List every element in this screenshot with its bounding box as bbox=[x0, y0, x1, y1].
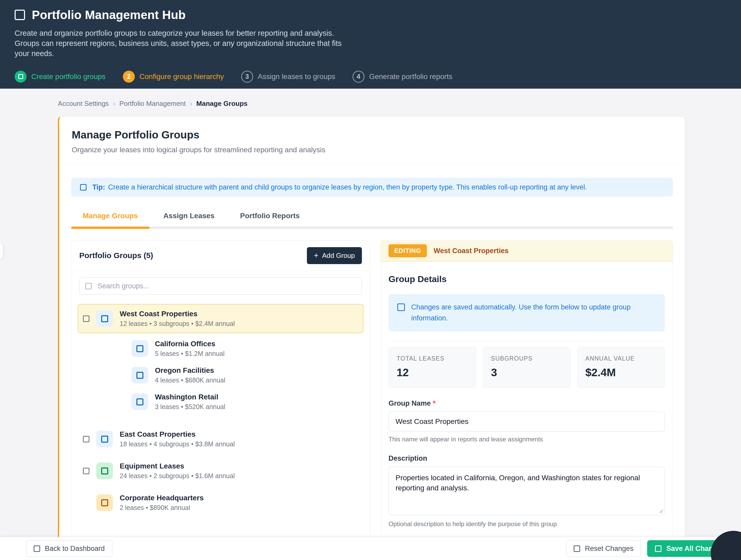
folder-icon bbox=[101, 436, 108, 443]
stat-subgroups: SUBGROUPS 3 bbox=[483, 347, 570, 388]
step-done-icon bbox=[18, 74, 23, 79]
portfolio-management-page: Portfolio Management Hub Create and orga… bbox=[0, 0, 741, 560]
reset-icon bbox=[574, 545, 580, 552]
group-folder-tile bbox=[96, 431, 113, 447]
folder-icon bbox=[136, 372, 143, 379]
drawer-handle[interactable] bbox=[0, 244, 3, 259]
page-subtitle: Create and organize portfolio groups to … bbox=[15, 28, 348, 59]
group-meta: 12 leases • 3 subgroups • $2.4M annual bbox=[120, 320, 234, 328]
group-name: California Offices bbox=[155, 340, 224, 348]
group-name: Oregon Facilities bbox=[155, 366, 225, 375]
breadcrumb-manage-groups: Manage Groups bbox=[196, 99, 248, 108]
description-textarea[interactable]: Properties located in California, Oregon… bbox=[389, 467, 665, 515]
back-icon bbox=[33, 545, 40, 552]
breadcrumb: Account Settings › Portfolio Management … bbox=[58, 99, 248, 108]
editing-group-title: West Coast Properties bbox=[433, 247, 509, 255]
group-name: Corporate Headquarters bbox=[120, 494, 204, 502]
folder-icon bbox=[101, 499, 108, 506]
groups-panel-title: Portfolio Groups (5) bbox=[79, 251, 153, 260]
folder-icon bbox=[101, 468, 108, 475]
step-number-circle: 2 bbox=[123, 71, 135, 83]
tab-bar: Manage Groups Assign Leases Portfolio Re… bbox=[71, 212, 673, 229]
reset-changes-button[interactable]: Reset Changes bbox=[566, 540, 641, 557]
group-row-west-coast-properties[interactable]: West Coast Properties 12 leases • 3 subg… bbox=[78, 304, 363, 333]
page-title: Portfolio Management Hub bbox=[32, 8, 186, 22]
group-folder-tile bbox=[131, 340, 148, 357]
save-icon bbox=[655, 545, 662, 552]
action-footer: Back to Dashboard Reset Changes Save All… bbox=[0, 537, 741, 560]
group-row-equipment-leases[interactable]: Equipment Leases 24 leases • 2 subgroups… bbox=[78, 456, 363, 485]
stat-annual-value: ANNUAL VALUE $2.4M bbox=[577, 347, 665, 388]
group-row-oregon-facilities[interactable]: Oregon Facilities 4 leases • $680K annua… bbox=[131, 362, 363, 389]
tip-icon bbox=[80, 184, 86, 191]
folder-icon bbox=[136, 345, 143, 352]
card-header: Manage Portfolio Groups Organize your le… bbox=[59, 117, 685, 165]
editing-banner: EDITING West Coast Properties bbox=[381, 240, 673, 262]
group-row-east-coast-properties[interactable]: East Coast Properties 18 leases • 4 subg… bbox=[78, 424, 363, 453]
tab-assign-leases[interactable]: Assign Leases bbox=[152, 212, 226, 229]
folder-icon bbox=[101, 315, 108, 322]
step-generate-reports[interactable]: 4 Generate portfolio reports bbox=[352, 71, 452, 83]
group-row-corporate-headquarters[interactable]: Corporate Headquarters 2 leases • $890K … bbox=[78, 488, 363, 517]
tab-manage-groups[interactable]: Manage Groups bbox=[71, 212, 149, 229]
description-label: Description bbox=[389, 454, 665, 463]
add-group-button[interactable]: + Add Group bbox=[307, 247, 362, 264]
breadcrumb-portfolio-management[interactable]: Portfolio Management bbox=[119, 99, 186, 108]
group-name: West Coast Properties bbox=[120, 310, 234, 318]
group-folder-tile bbox=[131, 367, 148, 383]
group-folder-tile bbox=[96, 463, 113, 479]
group-meta: 24 leases • 2 subgroups • $1.6M annual bbox=[120, 472, 234, 480]
stat-total-leases: TOTAL LEASES 12 bbox=[389, 347, 476, 388]
step-configure-group-hierarchy[interactable]: 2 Configure group hierarchy bbox=[123, 71, 224, 83]
step-create-portfolio-groups[interactable]: Create portfolio groups bbox=[15, 71, 106, 83]
search-icon bbox=[85, 283, 92, 289]
group-meta: 4 leases • $680K annual bbox=[155, 376, 225, 384]
group-name: East Coast Properties bbox=[120, 430, 234, 438]
group-name-label: Group Name* bbox=[389, 400, 665, 408]
group-name-input[interactable] bbox=[389, 412, 665, 431]
divider bbox=[389, 341, 665, 341]
search-groups-input[interactable] bbox=[97, 282, 356, 290]
groups-panel-header: Portfolio Groups (5) + Add Group bbox=[71, 240, 370, 271]
corner-fab-partial[interactable] bbox=[711, 531, 741, 560]
chevron-icon[interactable] bbox=[83, 316, 89, 322]
autosave-info-banner: Changes are saved automatically. Use the… bbox=[389, 294, 665, 332]
group-folder-tile bbox=[96, 494, 113, 511]
tip-banner: Tip: Create a hierarchical structure wit… bbox=[71, 178, 673, 197]
breadcrumb-separator: › bbox=[190, 99, 192, 108]
chevron-icon[interactable] bbox=[83, 436, 89, 442]
group-folder-tile bbox=[96, 310, 113, 327]
group-meta: 2 leases • $890K annual bbox=[120, 504, 204, 511]
plus-icon: + bbox=[314, 252, 319, 260]
group-row-washington-retail[interactable]: Washington Retail 3 leases • $520K annua… bbox=[131, 389, 363, 415]
group-search-wrap bbox=[71, 271, 370, 296]
info-icon bbox=[397, 303, 405, 311]
group-search-box bbox=[79, 277, 362, 295]
description-help: Optional description to help identify th… bbox=[389, 520, 665, 528]
card-subtitle: Organize your leases into logical groups… bbox=[72, 146, 672, 154]
group-row-california-offices[interactable]: California Offices 5 leases • $1.2M annu… bbox=[131, 335, 363, 362]
app-icon bbox=[15, 10, 25, 20]
group-meta: 18 leases • 4 subgroups • $3.8M annual bbox=[120, 440, 234, 448]
required-marker: * bbox=[433, 400, 436, 407]
west-coast-children: California Offices 5 leases • $1.2M annu… bbox=[131, 335, 363, 415]
chevron-icon[interactable] bbox=[83, 468, 89, 474]
back-to-dashboard-button[interactable]: Back to Dashboard bbox=[26, 540, 112, 557]
manage-portfolio-groups-card: Manage Portfolio Groups Organize your le… bbox=[58, 117, 685, 560]
portfolio-groups-panel: Portfolio Groups (5) + Add Group bbox=[71, 240, 370, 560]
card-title: Manage Portfolio Groups bbox=[72, 129, 672, 141]
step-number-circle: 3 bbox=[241, 71, 253, 83]
tab-portfolio-reports[interactable]: Portfolio Reports bbox=[229, 212, 311, 229]
tip-text: Tip: Create a hierarchical structure wit… bbox=[92, 183, 587, 191]
group-meta: 5 leases • $1.2M annual bbox=[155, 350, 224, 357]
hero-header: Portfolio Management Hub Create and orga… bbox=[0, 0, 741, 89]
breadcrumb-account-settings[interactable]: Account Settings bbox=[58, 99, 109, 108]
group-folder-tile bbox=[131, 394, 148, 410]
folder-icon bbox=[136, 398, 143, 405]
group-name: Washington Retail bbox=[155, 393, 225, 401]
wizard-steps: Create portfolio groups 2 Configure grou… bbox=[15, 71, 741, 83]
group-name-help: This name will appear in reports and lea… bbox=[389, 436, 665, 443]
step-assign-leases[interactable]: 3 Assign leases to groups bbox=[241, 71, 335, 83]
breadcrumb-separator: › bbox=[113, 99, 115, 108]
editing-badge: EDITING bbox=[389, 244, 427, 257]
